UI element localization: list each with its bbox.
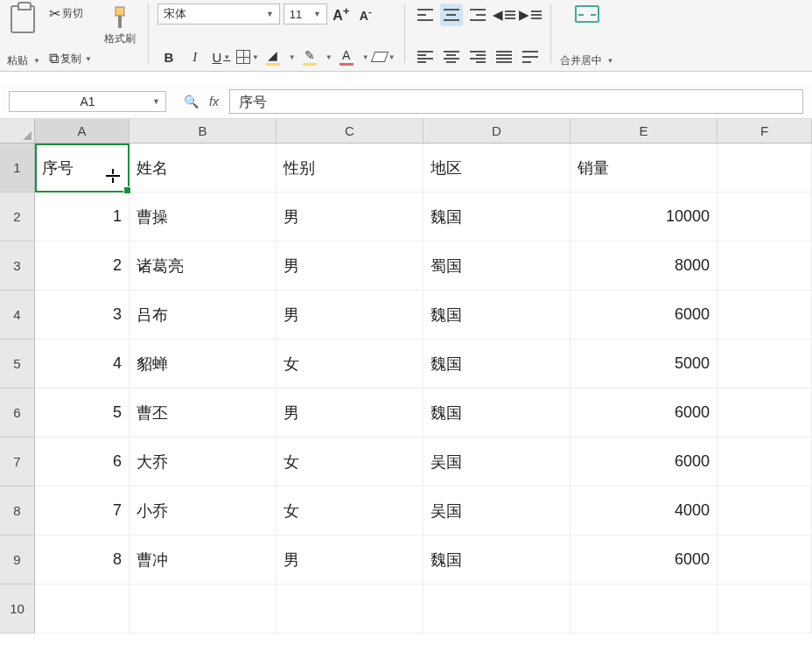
cell-B5[interactable]: 貂蝉 [130, 340, 276, 388]
align-middle-button[interactable] [440, 4, 463, 26]
cell-A1[interactable]: 序号 [35, 144, 130, 192]
align-top-button[interactable] [414, 4, 437, 26]
cell-C3[interactable]: 男 [276, 242, 424, 290]
search-icon[interactable]: 🔍 [184, 94, 199, 108]
align-bottom-button[interactable] [466, 4, 489, 26]
cell-A2[interactable]: 1 [35, 192, 130, 242]
chevron-down-icon[interactable]: ▼ [607, 57, 614, 65]
cell-E6[interactable]: 6000 [570, 388, 718, 438]
increase-indent-button[interactable]: ▶ [519, 4, 542, 26]
copy-button[interactable]: ⧉ 复制 ▼ [46, 49, 95, 68]
decrease-indent-button[interactable]: ◀ [493, 4, 515, 26]
cell-F5[interactable] [718, 340, 812, 388]
cell-D4[interactable]: 魏国 [424, 290, 570, 340]
increase-font-button[interactable]: A+ [331, 4, 352, 24]
cell-D1[interactable]: 地区 [424, 144, 570, 192]
format-painter-button[interactable]: 格式刷 [101, 4, 139, 48]
cell-E3[interactable]: 8000 [570, 242, 718, 290]
column-header-E[interactable]: E [570, 119, 718, 143]
cell-D3[interactable]: 蜀国 [424, 242, 570, 290]
eraser-button[interactable]: ▼ [373, 46, 396, 68]
cell-A8[interactable]: 7 [35, 486, 130, 536]
cell-D10[interactable] [424, 584, 570, 634]
cell-E10[interactable] [570, 584, 718, 634]
cell-A10[interactable] [35, 584, 130, 634]
font-name-select[interactable]: 宋体▼ [158, 4, 280, 24]
italic-button[interactable]: I [184, 46, 206, 68]
row-header-4[interactable]: 4 [0, 290, 35, 340]
cell-F1[interactable] [718, 144, 812, 192]
cell-A5[interactable]: 4 [35, 340, 130, 388]
cell-D8[interactable]: 吴国 [424, 486, 570, 536]
column-header-C[interactable]: C [276, 119, 424, 143]
wrap-text-button[interactable] [519, 46, 542, 68]
row-header-2[interactable]: 2 [0, 192, 35, 242]
merge-center-button[interactable] [571, 4, 603, 24]
cut-button[interactable]: ✂ 剪切 [46, 4, 95, 24]
cell-D7[interactable]: 吴国 [424, 438, 570, 486]
align-right-button[interactable] [466, 46, 489, 68]
cell-A9[interactable]: 8 [35, 536, 130, 584]
cell-B6[interactable]: 曹丕 [130, 388, 276, 438]
row-header-10[interactable]: 10 [0, 584, 35, 634]
border-button[interactable]: ▼ [236, 46, 259, 68]
formula-input[interactable]: 序号 [229, 89, 803, 114]
bold-button[interactable]: B [158, 46, 180, 68]
row-header-1[interactable]: 1 [0, 144, 35, 192]
cell-E8[interactable]: 4000 [570, 486, 718, 536]
cell-A4[interactable]: 3 [35, 290, 130, 340]
cell-E9[interactable]: 6000 [570, 536, 718, 584]
cell-B4[interactable]: 吕布 [130, 290, 276, 340]
cell-A6[interactable]: 5 [35, 388, 130, 438]
chevron-down-icon[interactable]: ▼ [85, 55, 92, 63]
cell-F2[interactable] [718, 192, 812, 242]
cell-F4[interactable] [718, 290, 812, 340]
cell-B10[interactable] [130, 584, 276, 634]
cell-B2[interactable]: 曹操 [130, 192, 276, 242]
cell-C8[interactable]: 女 [276, 486, 424, 536]
cell-D9[interactable]: 魏国 [424, 536, 570, 584]
cell-F6[interactable] [718, 388, 812, 438]
cell-B1[interactable]: 姓名 [130, 144, 276, 192]
cell-C10[interactable] [276, 584, 424, 634]
cell-A3[interactable]: 2 [35, 242, 130, 290]
cell-E2[interactable]: 10000 [570, 192, 718, 242]
cell-E7[interactable]: 6000 [570, 438, 718, 486]
cell-C9[interactable]: 男 [276, 536, 424, 584]
cell-F10[interactable] [718, 584, 812, 634]
row-header-3[interactable]: 3 [0, 242, 35, 290]
chevron-down-icon[interactable]: ▼ [152, 97, 160, 106]
paste-button[interactable] [7, 4, 40, 35]
cell-C4[interactable]: 男 [276, 290, 424, 340]
cell-C2[interactable]: 男 [276, 192, 424, 242]
cell-B9[interactable]: 曹冲 [130, 536, 276, 584]
cell-D2[interactable]: 魏国 [424, 192, 570, 242]
column-header-D[interactable]: D [424, 119, 570, 143]
cell-F7[interactable] [718, 438, 812, 486]
cell-B8[interactable]: 小乔 [130, 486, 276, 536]
select-all-corner[interactable] [0, 119, 35, 144]
row-header-7[interactable]: 7 [0, 438, 35, 486]
cell-C5[interactable]: 女 [276, 340, 424, 388]
cell-F3[interactable] [718, 242, 812, 290]
cell-A7[interactable]: 6 [35, 438, 130, 486]
decrease-font-button[interactable]: A- [355, 4, 376, 24]
highlight-button[interactable]: ✎ [299, 48, 320, 66]
cell-E1[interactable]: 销量 [570, 144, 718, 192]
cell-C6[interactable]: 男 [276, 388, 424, 438]
name-box[interactable]: A1 ▼ [9, 91, 166, 112]
row-header-9[interactable]: 9 [0, 536, 35, 584]
font-color-button[interactable]: A [336, 48, 357, 66]
row-header-6[interactable]: 6 [0, 388, 35, 438]
cell-E5[interactable]: 5000 [570, 340, 718, 388]
row-header-8[interactable]: 8 [0, 486, 35, 536]
column-header-A[interactable]: A [35, 119, 130, 143]
cell-F9[interactable] [718, 536, 812, 584]
row-header-5[interactable]: 5 [0, 340, 35, 388]
cell-C7[interactable]: 女 [276, 438, 424, 486]
column-header-B[interactable]: B [130, 119, 276, 143]
cell-B3[interactable]: 诸葛亮 [130, 242, 276, 290]
fx-icon[interactable]: fx [209, 94, 219, 108]
align-justify-button[interactable] [493, 46, 515, 68]
column-header-F[interactable]: F [718, 119, 812, 143]
